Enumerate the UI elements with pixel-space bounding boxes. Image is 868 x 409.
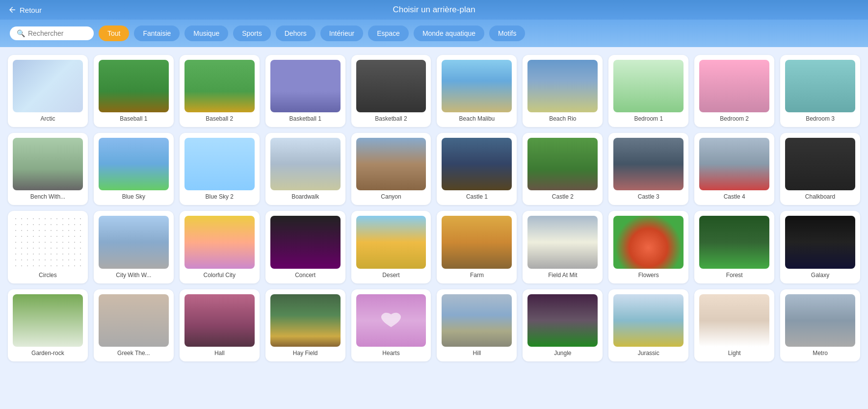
background-item-bedroom1[interactable]: Bedroom 1	[608, 55, 688, 127]
background-label-hall: Hall	[214, 350, 225, 357]
background-thumbnail-bluesky	[99, 138, 169, 190]
background-item-gardenrock[interactable]: Garden-rock	[8, 289, 88, 361]
background-thumbnail-baseball2	[184, 60, 255, 112]
background-label-circles: Circles	[39, 272, 57, 279]
background-item-hayfield[interactable]: Hay Field	[265, 289, 345, 361]
background-item-castle1[interactable]: Castle 1	[437, 133, 517, 205]
background-item-farm[interactable]: Farm	[437, 211, 517, 283]
filter-btn-espace[interactable]: Espace	[368, 26, 409, 41]
background-item-boardwalk[interactable]: Boardwalk	[265, 133, 345, 205]
background-item-baseball2[interactable]: Baseball 2	[180, 55, 260, 127]
background-item-beach_malibu[interactable]: Beach Malibu	[437, 55, 517, 127]
background-item-concert[interactable]: Concert	[265, 211, 345, 283]
background-thumbnail-canyon	[356, 138, 426, 190]
background-item-hall[interactable]: Hall	[180, 289, 260, 361]
background-label-basketball1: Basketball 1	[289, 115, 321, 122]
background-label-beach_rio: Beach Rio	[549, 115, 576, 122]
filter-btn-all[interactable]: Tout	[99, 26, 129, 41]
background-item-metro[interactable]: Metro	[780, 289, 860, 361]
background-label-galaxy: Galaxy	[811, 272, 829, 279]
filter-btn-musique[interactable]: Musique	[184, 26, 228, 41]
background-item-light[interactable]: Light	[694, 289, 774, 361]
background-label-bench: Bench With...	[30, 193, 65, 200]
background-item-bedroom2[interactable]: Bedroom 2	[694, 55, 774, 127]
background-item-baseball1[interactable]: Baseball 1	[94, 55, 174, 127]
background-label-basketball2: Basketball 2	[375, 115, 407, 122]
filter-btn-monde_aquatique[interactable]: Monde aquatique	[414, 26, 484, 41]
background-item-basketball2[interactable]: Basketball 2	[351, 55, 431, 127]
background-thumbnail-bedroom3	[785, 60, 855, 112]
background-thumbnail-jurassic	[613, 294, 684, 347]
background-item-bedroom3[interactable]: Bedroom 3	[780, 55, 860, 127]
background-item-circles[interactable]: Circles	[8, 211, 88, 283]
filter-btn-dehors[interactable]: Dehors	[276, 26, 316, 41]
background-thumbnail-gardenrock	[13, 294, 83, 347]
background-item-bluesky[interactable]: Blue Sky	[94, 133, 174, 205]
background-label-hill: Hill	[473, 350, 481, 357]
background-label-colorfulcity: Colorful City	[204, 272, 236, 279]
background-label-farm: Farm	[470, 272, 484, 279]
background-item-hearts[interactable]: Hearts	[351, 289, 431, 361]
background-item-flowers[interactable]: Flowers	[608, 211, 688, 283]
background-item-hill[interactable]: Hill	[437, 289, 517, 361]
background-thumbnail-basketball1	[270, 60, 341, 112]
background-item-greekthe[interactable]: Greek The...	[94, 289, 174, 361]
filter-btn-fantaisie[interactable]: Fantaisie	[134, 26, 180, 41]
background-label-cityw: City With W...	[116, 272, 151, 279]
background-item-chalkboard[interactable]: Chalkboard	[780, 133, 860, 205]
background-item-forest[interactable]: Forest	[694, 211, 774, 283]
background-item-jurassic[interactable]: Jurassic	[608, 289, 688, 361]
background-thumbnail-basketball2	[356, 60, 426, 112]
background-thumbnail-light	[699, 294, 769, 347]
search-box: 🔍	[10, 26, 94, 40]
back-icon	[8, 5, 17, 14]
background-label-bedroom1: Bedroom 1	[634, 115, 663, 122]
background-label-jungle: Jungle	[554, 350, 571, 357]
background-item-bluesky2[interactable]: Blue Sky 2	[180, 133, 260, 205]
background-item-castle3[interactable]: Castle 3	[608, 133, 688, 205]
background-label-castle4: Castle 4	[724, 193, 745, 200]
filter-btn-motifs[interactable]: Motifs	[489, 26, 525, 41]
background-label-bluesky2: Blue Sky 2	[206, 193, 234, 200]
header: Retour Choisir un arrière-plan	[0, 0, 868, 20]
background-thumbnail-galaxy	[785, 216, 855, 268]
background-label-castle3: Castle 3	[638, 193, 659, 200]
background-item-basketball1[interactable]: Basketball 1	[265, 55, 345, 127]
background-item-castle2[interactable]: Castle 2	[523, 133, 603, 205]
background-item-arctic[interactable]: Arctic	[8, 55, 88, 127]
background-label-beach_malibu: Beach Malibu	[459, 115, 495, 122]
background-thumbnail-circles	[13, 216, 83, 268]
filter-btn-sports[interactable]: Sports	[233, 26, 270, 41]
background-label-hayfield: Hay Field	[293, 350, 318, 357]
back-button[interactable]: Retour	[8, 5, 42, 14]
background-label-greekthe: Greek The...	[117, 350, 150, 357]
background-item-cityw[interactable]: City With W...	[94, 211, 174, 283]
background-label-boardwalk: Boardwalk	[291, 193, 319, 200]
background-item-fieldatmit[interactable]: Field At Mit	[523, 211, 603, 283]
background-item-bench[interactable]: Bench With...	[8, 133, 88, 205]
background-item-colorfulcity[interactable]: Colorful City	[180, 211, 260, 283]
background-item-beach_rio[interactable]: Beach Rio	[523, 55, 603, 127]
background-thumbnail-castle2	[527, 138, 598, 190]
back-label: Retour	[20, 6, 42, 14]
background-thumbnail-farm	[442, 216, 512, 268]
background-item-galaxy[interactable]: Galaxy	[780, 211, 860, 283]
search-input[interactable]	[28, 29, 87, 37]
background-item-desert[interactable]: Desert	[351, 211, 431, 283]
background-label-fieldatmit: Field At Mit	[548, 272, 577, 279]
background-thumbnail-hearts	[356, 294, 426, 347]
background-label-jurassic: Jurassic	[638, 350, 659, 357]
filter-btn-interieur[interactable]: Intérieur	[320, 26, 363, 41]
background-item-canyon[interactable]: Canyon	[351, 133, 431, 205]
background-thumbnail-desert	[356, 216, 426, 268]
background-label-bluesky: Blue Sky	[122, 193, 145, 200]
background-item-jungle[interactable]: Jungle	[523, 289, 603, 361]
background-thumbnail-chalkboard	[785, 138, 855, 190]
background-item-castle4[interactable]: Castle 4	[694, 133, 774, 205]
background-label-light: Light	[728, 350, 741, 357]
background-thumbnail-forest	[699, 216, 769, 268]
background-label-gardenrock: Garden-rock	[31, 350, 64, 357]
filter-buttons-container: ToutFantaisieMusiqueSportsDehorsIntérieu…	[99, 26, 525, 41]
background-label-castle1: Castle 1	[466, 193, 488, 200]
background-thumbnail-concert	[270, 216, 341, 268]
